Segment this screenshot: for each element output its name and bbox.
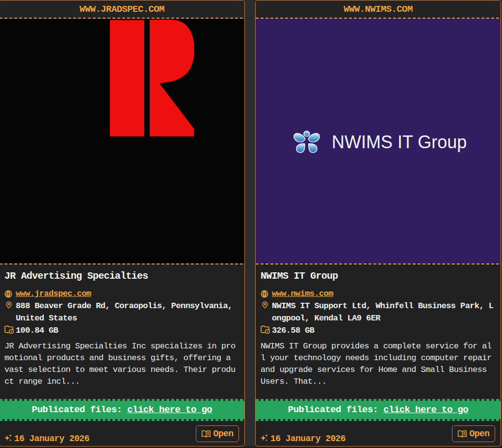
svg-text:NWIMS IT Group: NWIMS IT Group — [332, 132, 467, 152]
